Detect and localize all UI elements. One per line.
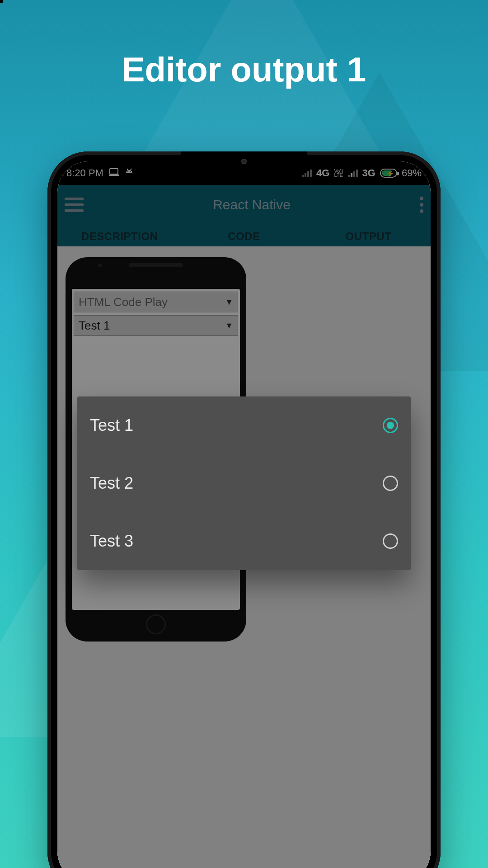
page-title: Editor output 1 <box>0 50 488 89</box>
picker-option-2[interactable]: Test 2 <box>77 454 411 512</box>
radio-selected-icon <box>383 418 398 433</box>
phone-mockup: 8:20 PM 4G Vo)) LTE 3G <box>47 151 441 868</box>
picker-option-3[interactable]: Test 3 <box>77 512 411 570</box>
radio-unselected-icon <box>383 476 398 491</box>
picker-option-label: Test 3 <box>90 532 133 551</box>
phone-screen: 8:20 PM 4G Vo)) LTE 3G <box>57 161 431 868</box>
picker-dialog: Test 1 Test 2 Test 3 <box>77 396 411 570</box>
picker-option-label: Test 1 <box>90 416 133 435</box>
picker-option-1[interactable]: Test 1 <box>77 396 411 454</box>
picker-option-label: Test 2 <box>90 474 133 493</box>
promo-background: Editor output 1 8:20 PM <box>0 0 488 868</box>
radio-unselected-icon <box>383 533 398 549</box>
phone-notch <box>181 151 307 170</box>
